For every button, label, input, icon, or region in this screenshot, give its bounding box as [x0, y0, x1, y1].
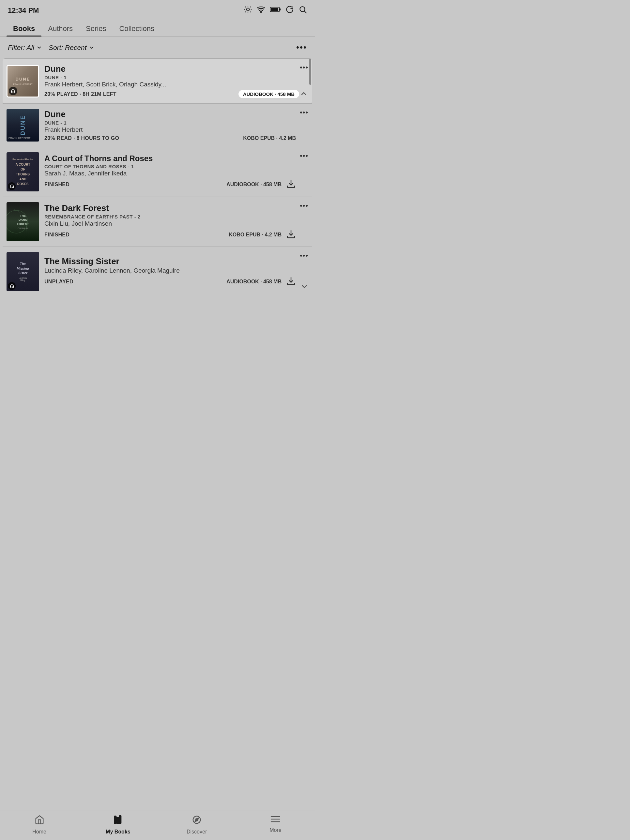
download-button-missingsister[interactable]	[286, 276, 296, 287]
svg-point-0	[247, 8, 250, 11]
book-title-missingsister: The Missing Sister	[44, 256, 296, 267]
status-icons	[244, 5, 307, 15]
book-info-missingsister: The Missing Sister Lucinda Riley, Caroli…	[44, 256, 296, 287]
bottom-spacer	[0, 297, 315, 326]
filter-more-button[interactable]: •••	[296, 43, 307, 52]
book-series-acotar: COURT OF THORNS AND ROSES - 1	[44, 164, 296, 169]
svg-line-8	[250, 7, 251, 8]
book-series-darkforest: REMEMBRANCE OF EARTH'S PAST - 2	[44, 214, 296, 219]
book-title-dune-epub: Dune	[44, 109, 296, 119]
chevron-up-icon	[300, 90, 308, 98]
headphone-badge-acotar	[8, 182, 16, 190]
svg-line-3	[245, 7, 246, 8]
book-info-dune-audio: Dune DUNE - 1 Frank Herbert, Scott Brick…	[44, 64, 299, 98]
tab-authors[interactable]: Authors	[41, 22, 79, 36]
wifi-icon	[257, 6, 265, 15]
expand-missingsister[interactable]	[301, 283, 308, 292]
book-meta-dune-epub: 20% READ · 8 HOURS TO GO KOBO EPUB · 4.2…	[44, 135, 296, 141]
book-item-acotar[interactable]: Recorded Books A COURTOFTHORNSANDROSES A…	[3, 147, 312, 197]
svg-rect-12	[280, 8, 280, 10]
book-actions-dune-epub: •••	[300, 108, 308, 117]
book-format-dune-epub: KOBO EPUB · 4.2 MB	[243, 135, 296, 141]
download-button-acotar[interactable]	[286, 179, 296, 190]
book-meta-dune-audio: 20% PLAYED · 8H 21M LEFT AUDIOBOOK · 458…	[44, 90, 299, 98]
book-cover-missingsister: TheMissingSister LucindaRiley	[6, 252, 39, 291]
status-bar: 12:34 PM	[0, 0, 315, 18]
tab-series[interactable]: Series	[79, 22, 112, 36]
book-list: DUNE FRANK HERBERT Dune DUNE - 1 Frank H…	[0, 58, 315, 326]
filter-button[interactable]: Filter: All	[8, 44, 42, 52]
book-meta-acotar: FINISHED AUDIOBOOK · 458 MB	[44, 179, 296, 190]
book-progress-dune-audio: 20% PLAYED · 8H 21M LEFT	[44, 91, 117, 97]
book-meta-missingsister: UNPLAYED AUDIOBOOK · 458 MB	[44, 276, 296, 287]
book-info-acotar: A Court of Thorns and Roses COURT OF THO…	[44, 154, 296, 190]
book-format-darkforest: KOBO EPUB · 4.2 MB	[229, 232, 282, 238]
chevron-down-icon	[301, 283, 308, 291]
book-progress-acotar: FINISHED	[44, 182, 70, 188]
tab-collections[interactable]: Collections	[112, 22, 161, 36]
headphone-badge-missingsister	[8, 282, 16, 290]
svg-line-14	[304, 11, 306, 13]
book-item-dune-epub[interactable]: DUNE FRANK HERBERT Dune DUNE - 1 Frank H…	[3, 103, 312, 147]
brightness-icon	[244, 5, 252, 15]
svg-point-15	[6, 210, 28, 233]
book-progress-darkforest: FINISHED	[44, 232, 70, 238]
filter-bar: Filter: All Sort: Recent •••	[0, 36, 315, 58]
svg-line-4	[250, 12, 251, 13]
book-item-dune-audio[interactable]: DUNE FRANK HERBERT Dune DUNE - 1 Frank H…	[3, 58, 312, 103]
book-info-dune-epub: Dune DUNE - 1 Frank Herbert 20% READ · 8…	[44, 109, 296, 141]
battery-icon	[270, 6, 281, 14]
book-info-darkforest: The Dark Forest REMEMBRANCE OF EARTH'S P…	[44, 203, 296, 240]
book-title-dune-audio: Dune	[44, 64, 299, 74]
sync-icon[interactable]	[285, 5, 294, 15]
book-actions-acotar: •••	[300, 152, 308, 160]
book-cover-acotar: Recorded Books A COURTOFTHORNSANDROSES	[6, 152, 39, 191]
book-item-darkforest[interactable]: THEDARKFOREST CIXIN LIU The Dark Forest …	[3, 197, 312, 246]
book-format-acotar: AUDIOBOOK · 458 MB	[226, 182, 282, 188]
book-series-dune-audio: DUNE - 1	[44, 75, 299, 80]
book-authors-missingsister: Lucinda Riley, Caroline Lennon, Georgia …	[44, 267, 296, 274]
tab-books[interactable]: Books	[6, 22, 41, 36]
more-options-acotar[interactable]: •••	[300, 152, 308, 160]
book-format-missingsister: AUDIOBOOK · 458 MB	[226, 279, 282, 285]
scrollbar-thumb[interactable]	[309, 59, 311, 85]
book-meta-darkforest: FINISHED KOBO EPUB · 4.2 MB	[44, 229, 296, 240]
svg-point-9	[260, 11, 261, 13]
sort-button[interactable]: Sort: Recent	[49, 44, 95, 52]
filter-controls: Filter: All Sort: Recent	[8, 44, 95, 52]
book-actions-missingsister: •••	[300, 251, 308, 260]
svg-rect-11	[271, 8, 278, 11]
more-options-dune-epub[interactable]: •••	[300, 108, 308, 117]
book-actions-dune-audio: •••	[300, 63, 308, 72]
book-progress-dune-epub: 20% READ · 8 HOURS TO GO	[44, 135, 119, 141]
svg-line-7	[245, 12, 246, 13]
book-authors-dune-audio: Frank Herbert, Scott Brick, Orlagh Cassi…	[44, 81, 299, 88]
nav-tabs: Books Authors Series Collections	[0, 18, 315, 36]
status-time: 12:34 PM	[8, 6, 39, 15]
download-button-darkforest[interactable]	[286, 229, 296, 240]
book-authors-acotar: Sarah J. Maas, Jennifer Ikeda	[44, 170, 296, 177]
headphone-badge-dune-audio	[9, 87, 17, 95]
more-options-dune-audio[interactable]: •••	[300, 63, 308, 72]
book-title-acotar: A Court of Thorns and Roses	[44, 154, 296, 163]
book-authors-dune-epub: Frank Herbert	[44, 126, 296, 133]
sort-chevron-icon	[89, 45, 95, 51]
book-authors-darkforest: Cixin Liu, Joel Martinsen	[44, 220, 296, 227]
book-series-dune-epub: DUNE - 1	[44, 120, 296, 126]
book-progress-missingsister: UNPLAYED	[44, 279, 73, 285]
more-options-darkforest[interactable]: •••	[300, 202, 308, 210]
more-options-missingsister[interactable]: •••	[300, 251, 308, 260]
collapse-dune-audio[interactable]	[300, 90, 308, 99]
scrollbar-track	[308, 59, 312, 103]
book-title-darkforest: The Dark Forest	[44, 203, 296, 213]
search-icon[interactable]	[299, 5, 307, 15]
filter-chevron-icon	[36, 45, 42, 51]
book-actions-darkforest: •••	[300, 202, 308, 210]
book-cover-dune-epub: DUNE FRANK HERBERT	[6, 109, 39, 142]
book-cover-dune-audio: DUNE FRANK HERBERT	[6, 65, 39, 98]
book-format-badge-dune-audio: AUDIOBOOK · 458 MB	[239, 90, 299, 98]
book-item-missingsister[interactable]: TheMissingSister LucindaRiley The Missin…	[3, 246, 312, 297]
book-cover-darkforest: THEDARKFOREST CIXIN LIU	[6, 202, 39, 241]
